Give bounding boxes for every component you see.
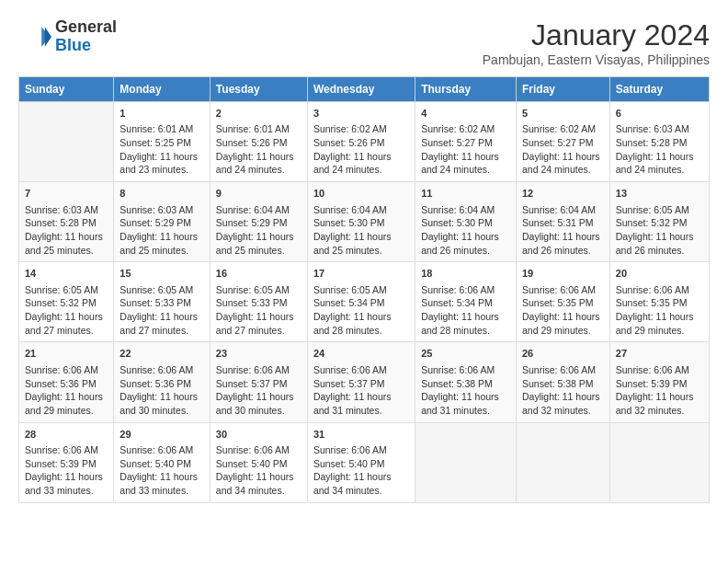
- sunset: Sunset: 5:35 PM: [522, 297, 594, 308]
- daylight: Daylight: 11 hours and 24 minutes.: [313, 151, 392, 176]
- day-number: 7: [25, 187, 108, 201]
- weekday-header: Wednesday: [307, 77, 415, 102]
- sunset: Sunset: 5:33 PM: [119, 297, 191, 308]
- sunset: Sunset: 5:27 PM: [421, 137, 493, 148]
- day-number: 15: [119, 267, 204, 281]
- day-number: 13: [616, 187, 703, 201]
- daylight: Daylight: 11 hours and 27 minutes.: [119, 311, 198, 336]
- calendar-cell: 19Sunrise: 6:06 AMSunset: 5:35 PMDayligh…: [516, 262, 609, 342]
- calendar-cell: 14Sunrise: 6:05 AMSunset: 5:32 PMDayligh…: [19, 262, 114, 342]
- sunrise: Sunrise: 6:06 AM: [421, 284, 495, 295]
- day-number: 20: [616, 267, 703, 281]
- day-number: 1: [119, 107, 204, 121]
- calendar-cell: 23Sunrise: 6:06 AMSunset: 5:37 PMDayligh…: [210, 342, 307, 422]
- sunset: Sunset: 5:34 PM: [421, 297, 493, 308]
- sunset: Sunset: 5:30 PM: [313, 217, 385, 228]
- sunset: Sunset: 5:26 PM: [216, 137, 288, 148]
- day-number: 10: [313, 187, 409, 201]
- sunrise: Sunrise: 6:06 AM: [421, 364, 495, 375]
- page-header: General Blue January 2024 Pambujan, East…: [18, 18, 710, 67]
- calendar-cell: 8Sunrise: 6:03 AMSunset: 5:29 PMDaylight…: [114, 182, 210, 262]
- sunrise: Sunrise: 6:02 AM: [421, 123, 495, 134]
- sunset: Sunset: 5:27 PM: [522, 137, 594, 148]
- sunset: Sunset: 5:30 PM: [421, 217, 493, 228]
- weekday-header: Monday: [114, 77, 210, 102]
- daylight: Daylight: 11 hours and 31 minutes.: [421, 391, 499, 416]
- daylight: Daylight: 11 hours and 32 minutes.: [522, 391, 600, 416]
- day-number: 16: [216, 267, 301, 281]
- daylight: Daylight: 11 hours and 29 minutes.: [25, 391, 103, 416]
- calendar-cell: [516, 422, 609, 502]
- calendar-cell: [19, 102, 114, 182]
- weekday-header: Thursday: [415, 77, 517, 102]
- calendar-cell: 20Sunrise: 6:06 AMSunset: 5:35 PMDayligh…: [609, 262, 709, 342]
- calendar-cell: 9Sunrise: 6:04 AMSunset: 5:29 PMDaylight…: [210, 182, 307, 262]
- calendar-cell: 15Sunrise: 6:05 AMSunset: 5:33 PMDayligh…: [114, 262, 210, 342]
- weekday-header: Sunday: [19, 77, 114, 102]
- sunrise: Sunrise: 6:01 AM: [216, 123, 290, 134]
- sunrise: Sunrise: 6:06 AM: [313, 444, 387, 455]
- day-number: 3: [313, 107, 409, 121]
- daylight: Daylight: 11 hours and 24 minutes.: [616, 151, 694, 176]
- sunset: Sunset: 5:29 PM: [216, 217, 288, 228]
- daylight: Daylight: 11 hours and 29 minutes.: [522, 311, 600, 336]
- calendar-cell: 10Sunrise: 6:04 AMSunset: 5:30 PMDayligh…: [307, 182, 415, 262]
- sunrise: Sunrise: 6:03 AM: [616, 123, 689, 134]
- calendar-cell: 16Sunrise: 6:05 AMSunset: 5:33 PMDayligh…: [210, 262, 307, 342]
- sunset: Sunset: 5:32 PM: [25, 297, 97, 308]
- sunrise: Sunrise: 6:04 AM: [313, 204, 387, 215]
- calendar-cell: 11Sunrise: 6:04 AMSunset: 5:30 PMDayligh…: [415, 182, 517, 262]
- calendar-cell: 3Sunrise: 6:02 AMSunset: 5:26 PMDaylight…: [307, 102, 415, 182]
- sunset: Sunset: 5:28 PM: [25, 217, 97, 228]
- day-number: 12: [522, 187, 604, 201]
- sunset: Sunset: 5:29 PM: [119, 217, 191, 228]
- daylight: Daylight: 11 hours and 30 minutes.: [119, 391, 198, 416]
- calendar-cell: 28Sunrise: 6:06 AMSunset: 5:39 PMDayligh…: [19, 422, 114, 502]
- sunrise: Sunrise: 6:06 AM: [119, 444, 193, 455]
- calendar-cell: 7Sunrise: 6:03 AMSunset: 5:28 PMDaylight…: [19, 182, 114, 262]
- day-number: 31: [313, 428, 409, 442]
- daylight: Daylight: 11 hours and 26 minutes.: [522, 231, 600, 256]
- daylight: Daylight: 11 hours and 34 minutes.: [313, 471, 392, 496]
- sunrise: Sunrise: 6:04 AM: [522, 204, 596, 215]
- daylight: Daylight: 11 hours and 33 minutes.: [25, 471, 103, 496]
- daylight: Daylight: 11 hours and 23 minutes.: [119, 151, 198, 176]
- calendar-cell: 27Sunrise: 6:06 AMSunset: 5:39 PMDayligh…: [609, 342, 709, 422]
- sunrise: Sunrise: 6:06 AM: [216, 444, 290, 455]
- daylight: Daylight: 11 hours and 27 minutes.: [216, 311, 294, 336]
- day-number: 28: [25, 428, 108, 442]
- sunrise: Sunrise: 6:06 AM: [616, 364, 689, 375]
- sunset: Sunset: 5:37 PM: [216, 378, 288, 389]
- sunrise: Sunrise: 6:06 AM: [522, 364, 596, 375]
- sunrise: Sunrise: 6:02 AM: [313, 123, 387, 134]
- calendar-cell: [609, 422, 709, 502]
- sunrise: Sunrise: 6:02 AM: [522, 123, 596, 134]
- day-number: 23: [216, 347, 301, 361]
- sunset: Sunset: 5:38 PM: [522, 378, 594, 389]
- calendar-week-row: 7Sunrise: 6:03 AMSunset: 5:28 PMDaylight…: [19, 182, 710, 262]
- sunrise: Sunrise: 6:06 AM: [616, 284, 689, 295]
- sunrise: Sunrise: 6:04 AM: [421, 204, 495, 215]
- day-number: 11: [421, 187, 510, 201]
- calendar-table: SundayMondayTuesdayWednesdayThursdayFrid…: [18, 76, 710, 503]
- daylight: Daylight: 11 hours and 25 minutes.: [313, 231, 392, 256]
- calendar-cell: 13Sunrise: 6:05 AMSunset: 5:32 PMDayligh…: [609, 182, 709, 262]
- month-title: January 2024: [483, 18, 710, 52]
- calendar-cell: 17Sunrise: 6:05 AMSunset: 5:34 PMDayligh…: [307, 262, 415, 342]
- sunrise: Sunrise: 6:06 AM: [25, 444, 98, 455]
- sunrise: Sunrise: 6:05 AM: [119, 284, 193, 295]
- daylight: Daylight: 11 hours and 31 minutes.: [313, 391, 392, 416]
- day-number: 27: [616, 347, 703, 361]
- calendar-week-row: 14Sunrise: 6:05 AMSunset: 5:32 PMDayligh…: [19, 262, 710, 342]
- logo-line1: General: [55, 18, 117, 37]
- calendar-cell: [415, 422, 517, 502]
- day-number: 4: [421, 107, 510, 121]
- logo-line2: Blue: [55, 37, 117, 55]
- logo-icon: [18, 20, 51, 53]
- calendar-cell: 2Sunrise: 6:01 AMSunset: 5:26 PMDaylight…: [210, 102, 307, 182]
- day-number: 22: [119, 347, 204, 361]
- sunset: Sunset: 5:35 PM: [616, 297, 688, 308]
- daylight: Daylight: 11 hours and 26 minutes.: [616, 231, 694, 256]
- sunset: Sunset: 5:40 PM: [216, 458, 288, 469]
- calendar-week-row: 28Sunrise: 6:06 AMSunset: 5:39 PMDayligh…: [19, 422, 710, 502]
